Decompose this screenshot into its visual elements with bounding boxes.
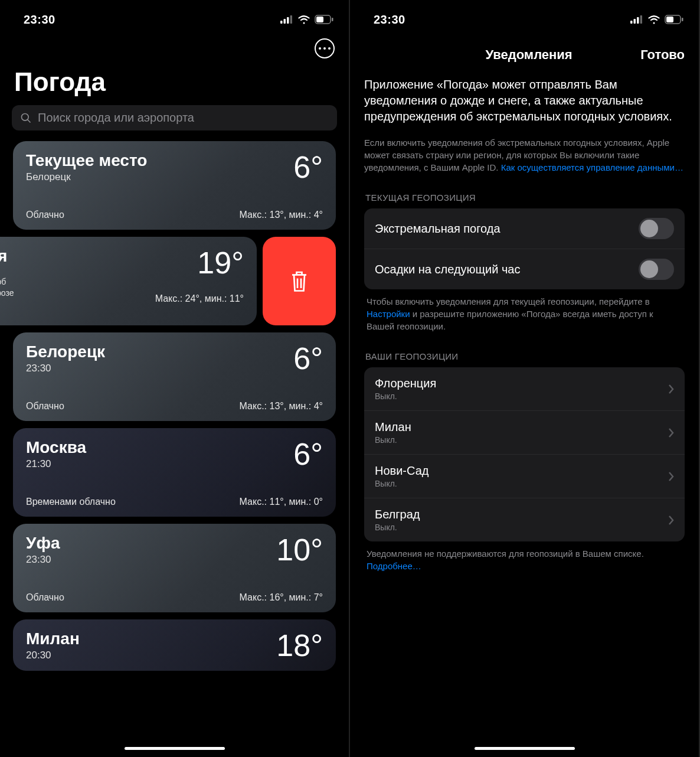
condition: Облачно [26,592,64,603]
temperature: 6° [293,439,323,469]
svg-rect-6 [332,18,333,21]
status-bar: 23:30 [350,0,699,35]
settings-link[interactable]: Настройки [367,309,410,319]
battery-icon [665,15,683,24]
learn-more-link[interactable]: Подробнее… [367,561,421,571]
status-icons [280,15,333,24]
temperature: 6° [293,343,323,374]
your-locations-group: Флоренция Выкл. Милан Выкл. Нови-Сад Вык… [364,367,685,541]
temperature: 18° [276,630,323,661]
status-icons [630,15,683,24]
city-name: Москва [26,439,86,457]
city-sub: Белорецк [26,171,147,183]
svg-rect-12 [634,19,636,24]
svg-rect-16 [666,17,673,22]
section-header-yours: ВАШИ ГЕОПОЗИЦИИ [365,351,685,361]
city-sub: 23:30 [26,554,60,566]
status-time: 23:30 [24,13,55,27]
weather-card-milan[interactable]: Милан 20:30 18° [13,619,336,671]
temperature: 10° [276,534,323,565]
chevron-right-icon [668,515,674,526]
chevron-right-icon [668,428,674,438]
svg-rect-5 [316,17,323,22]
trash-icon [288,269,310,293]
section-header-current: ТЕКУЩАЯ ГЕОПОЗИЦИЯ [365,192,685,203]
city-sub: 21:30 [26,458,86,470]
svg-rect-17 [682,18,683,21]
cellular-icon [630,15,643,24]
your-locations-footer: Уведомления не поддерживаются для геопоз… [364,547,685,572]
temperature: 19° [155,247,244,278]
wifi-icon [647,15,660,24]
weather-list-screen: 23:30 Погода Поиск города или аэропорта … [0,0,350,757]
condition: Облачно [26,401,64,412]
svg-rect-13 [637,17,639,24]
chevron-right-icon [668,471,674,482]
toggle-switch[interactable] [639,218,674,239]
city-name: Уфа [26,534,60,553]
hi-lo: Макс.: 11°, мин.: 0° [240,497,323,507]
temperature: 6° [293,152,323,182]
svg-line-8 [28,119,31,122]
weather-card-ufa[interactable]: Уфа 23:30 10° Облачно Макс.: 16°, мин.: … [13,524,336,612]
city-name: ренция [0,247,14,266]
weather-alert: упреждение об но сильной грозе [0,276,14,299]
nav-bar: Уведомления Готово [350,35,699,71]
svg-rect-0 [280,21,283,24]
help-text: Если включить уведомления об экстремальн… [364,136,685,174]
chevron-right-icon [668,384,674,394]
home-indicator[interactable] [475,747,575,750]
ellipsis-icon [319,47,331,50]
description-text: Приложение «Погода» может отправлять Вам… [364,77,685,125]
weather-cards: Текущее место Белорецк 6° Облачно Макс.:… [0,141,349,671]
data-management-link[interactable]: Как осуществляется управление данными… [501,162,683,172]
more-button[interactable] [315,38,335,58]
city-sub: 23:30 [26,363,105,374]
hi-lo: Макс.: 16°, мин.: 7° [240,592,323,603]
city-sub: 20:30 [26,650,80,661]
condition: Облачно [26,210,64,220]
current-location-group: Экстремальная погода Осадки на следующий… [364,208,685,289]
condition: Временами облачно [26,497,116,507]
nav-title: Уведомления [417,47,640,63]
svg-point-7 [22,113,29,120]
svg-rect-14 [640,15,643,24]
cellular-icon [280,15,293,24]
hi-lo: Макс.: 13°, мин.: 4° [240,401,323,412]
delete-button[interactable] [263,237,336,325]
hi-lo: Макс.: 13°, мин.: 4° [240,210,323,220]
notifications-settings-screen: 23:30 Уведомления Готово Приложение «Пог… [350,0,700,757]
city-name: Белорецк [26,343,105,361]
page-title: Погода [0,61,349,105]
status-bar: 23:30 [0,0,349,35]
wifi-icon [297,15,310,24]
toggle-extreme-weather[interactable]: Экстремальная погода [364,208,685,249]
location-item-novi-sad[interactable]: Нови-Сад Выкл. [364,455,685,498]
search-icon [20,112,32,124]
weather-card-moscow[interactable]: Москва 21:30 6° Временами облачно Макс.:… [13,428,336,517]
location-item-belgrade[interactable]: Белград Выкл. [364,498,685,541]
svg-rect-11 [630,21,633,24]
hi-lo: Макс.: 24°, мин.: 11° [155,293,244,304]
svg-rect-2 [287,17,289,24]
city-name: Текущее место [26,152,147,170]
location-item-florence[interactable]: Флоренция Выкл. [364,367,685,411]
location-item-milan[interactable]: Милан Выкл. [364,411,685,455]
toggle-switch[interactable] [639,259,674,280]
svg-rect-3 [290,15,293,24]
current-location-footer: Чтобы включить уведомления для текущей г… [364,295,685,332]
weather-card-current[interactable]: Текущее место Белорецк 6° Облачно Макс.:… [13,141,336,230]
weather-card-beloretsk[interactable]: Белорецк 23:30 6° Облачно Макс.: 13°, ми… [13,332,336,421]
toggle-next-hour-precip[interactable]: Осадки на следующий час [364,249,685,289]
weather-card-swiped: ренция упреждение об но сильной грозе 19… [0,237,336,325]
status-time: 23:30 [374,13,405,27]
search-placeholder: Поиск города или аэропорта [38,111,194,125]
done-button[interactable]: Готово [640,47,685,63]
home-indicator[interactable] [125,747,225,750]
svg-rect-1 [284,19,286,24]
weather-card-florence[interactable]: ренция упреждение об но сильной грозе 19… [0,237,257,325]
search-input[interactable]: Поиск города или аэропорта [12,105,337,130]
battery-icon [315,15,333,24]
city-name: Милан [26,630,80,648]
